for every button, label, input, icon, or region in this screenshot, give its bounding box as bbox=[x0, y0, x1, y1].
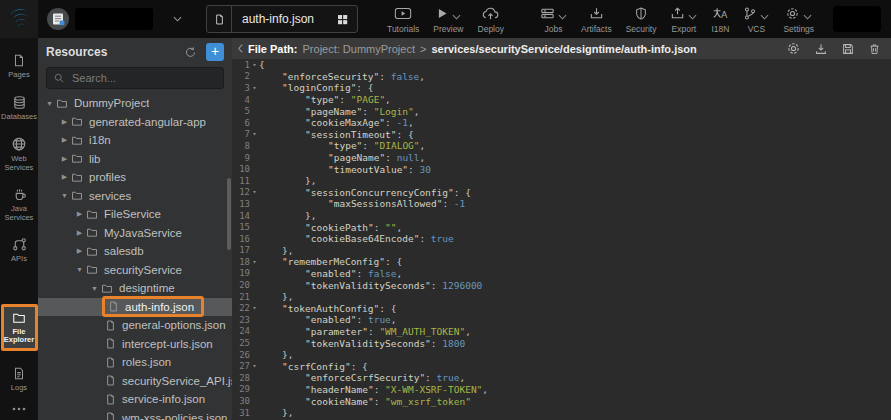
tree-item-i18n[interactable]: ▶i18n bbox=[38, 131, 232, 150]
sidebar-item-label: APIs bbox=[11, 255, 27, 264]
panel-title: Resources bbox=[46, 45, 175, 59]
tree-item-wm-xss-policies-json[interactable]: wm-xss-policies.json bbox=[38, 409, 232, 420]
token: "maxSessionsAllowed" bbox=[328, 198, 442, 209]
tool-preview[interactable]: Preview bbox=[426, 4, 470, 34]
chevron-collapsed-icon[interactable]: ▶ bbox=[59, 118, 70, 126]
token: : bbox=[431, 280, 442, 291]
code-text: "pageName": "Login", bbox=[259, 106, 891, 117]
search-box[interactable] bbox=[46, 67, 224, 89]
tool-deploy[interactable]: Deploy bbox=[471, 4, 511, 34]
chevron-collapsed-icon[interactable]: ▶ bbox=[59, 155, 70, 163]
tree-item-securityservice[interactable]: ▼securityService bbox=[38, 261, 232, 280]
file-settings-icon[interactable] bbox=[786, 41, 801, 56]
chevron-collapsed-icon[interactable]: ▶ bbox=[74, 210, 85, 218]
tree-scrollbar[interactable] bbox=[227, 178, 231, 250]
tool-artifacts[interactable]: Artifacts bbox=[574, 4, 619, 34]
fold-marker-icon[interactable]: ▾ bbox=[250, 62, 259, 69]
tool-security[interactable]: Security bbox=[619, 4, 664, 34]
tool-vcs[interactable]: VCS bbox=[736, 4, 776, 34]
highlight-box: auth-info.json bbox=[102, 296, 204, 317]
chevron-collapsed-icon[interactable]: ▶ bbox=[59, 173, 70, 181]
security-icon bbox=[634, 6, 648, 21]
fold-marker-icon[interactable]: ▾ bbox=[250, 131, 259, 138]
code-text: "loginConfig": { bbox=[259, 82, 891, 93]
tool-export[interactable]: Export bbox=[663, 4, 704, 34]
chevron-expanded-icon[interactable]: ▼ bbox=[74, 266, 85, 273]
add-button[interactable]: + bbox=[206, 43, 224, 61]
tree-item-services[interactable]: ▼services bbox=[38, 187, 232, 206]
delete-icon[interactable] bbox=[868, 41, 881, 56]
tree-item-auth-info-json[interactable]: auth-info.json bbox=[38, 298, 232, 317]
chevron-expanded-icon[interactable]: ▼ bbox=[89, 285, 100, 292]
line-number: 7 bbox=[235, 129, 250, 139]
sidebar-item-web-services[interactable]: Web Services bbox=[1, 136, 37, 172]
line-number: 10 bbox=[235, 164, 250, 174]
sidebar-item-apis[interactable]: APIs bbox=[1, 237, 37, 264]
code-line: 29"headerName": "X-WM-XSRF-TOKEN", bbox=[232, 384, 891, 396]
tree-item-general-options-json[interactable]: general-options.json bbox=[38, 316, 232, 335]
tree-item-fileservice[interactable]: ▶FileService bbox=[38, 205, 232, 224]
open-file-tab[interactable]: auth-info.json bbox=[206, 5, 358, 33]
tree-item-label: service-info.json bbox=[122, 393, 205, 405]
search-input[interactable] bbox=[70, 71, 217, 85]
sidebar-item-logs[interactable]: Logs bbox=[1, 366, 37, 393]
sidebar-item-file-explorer[interactable]: File Explorer bbox=[1, 304, 38, 351]
project-switcher[interactable] bbox=[47, 8, 182, 30]
tree-item-roles-json[interactable]: roles.json bbox=[38, 353, 232, 372]
left-rail: PagesDatabasesWeb ServicesJava ServicesA… bbox=[0, 38, 38, 420]
sidebar-item-label: Pages bbox=[8, 71, 29, 80]
tree-item-label: services bbox=[89, 190, 131, 202]
tree-item-service-info-json[interactable]: service-info.json bbox=[38, 390, 232, 409]
sidebar-item-pages[interactable]: Pages bbox=[1, 53, 37, 80]
code-line: 15"cookiePath": "", bbox=[232, 221, 891, 233]
chevron-collapsed-icon[interactable]: ▶ bbox=[74, 247, 85, 255]
token: "parameter" bbox=[305, 326, 368, 337]
fold-marker-icon[interactable]: ▾ bbox=[250, 363, 259, 370]
tree-item-salesdb[interactable]: ▶salesdb bbox=[38, 242, 232, 261]
save-icon[interactable] bbox=[841, 41, 855, 56]
tree-item-dummyproject[interactable]: ▼DummyProject bbox=[38, 94, 232, 113]
collapse-panel-icon[interactable] bbox=[232, 43, 248, 54]
tree-item-generated-angular-app[interactable]: ▶generated-angular-app bbox=[38, 113, 232, 132]
tool-settings[interactable]: Settings bbox=[776, 4, 821, 34]
code-line: 21}, bbox=[232, 291, 891, 303]
token: : bbox=[419, 233, 430, 244]
chevron-expanded-icon[interactable]: ▼ bbox=[59, 192, 70, 199]
more-icon[interactable] bbox=[11, 406, 27, 412]
grid-icon[interactable] bbox=[336, 13, 349, 26]
fold-marker-icon[interactable]: ▾ bbox=[250, 85, 259, 92]
chevron-down-icon[interactable] bbox=[173, 16, 182, 22]
tool-tutorials[interactable]: Tutorials bbox=[380, 4, 426, 34]
token: "wm_xsrf_token" bbox=[385, 396, 471, 407]
code-editor[interactable]: 1▾{2"enforceSecurity": false,3▾"loginCon… bbox=[232, 59, 891, 420]
chevron-expanded-icon[interactable]: ▼ bbox=[44, 100, 55, 107]
web-services-icon bbox=[11, 136, 27, 152]
app-logo[interactable] bbox=[0, 0, 38, 38]
tool-i18n[interactable]: AI18N bbox=[704, 4, 736, 34]
sidebar-item-databases[interactable]: Databases bbox=[1, 95, 37, 122]
folder-icon bbox=[70, 171, 84, 184]
tree-item-myjavaservice[interactable]: ▶MyJavaService bbox=[38, 224, 232, 243]
sidebar-item-java-services[interactable]: Java Services bbox=[1, 187, 37, 222]
tree-item-securityservice-api-json[interactable]: securityService_API.json bbox=[38, 372, 232, 391]
tree-item-label: designtime bbox=[119, 282, 175, 294]
folder-icon bbox=[100, 282, 114, 295]
refresh-icon[interactable] bbox=[184, 46, 197, 59]
token: , bbox=[419, 71, 425, 82]
tree-item-designtime[interactable]: ▼designtime bbox=[38, 279, 232, 298]
tree-item-profiles[interactable]: ▶profiles bbox=[38, 168, 232, 187]
fold-marker-icon[interactable]: ▾ bbox=[250, 259, 259, 266]
tool-jobs[interactable]: Jobs bbox=[533, 4, 574, 34]
fold-marker-icon[interactable]: ▾ bbox=[250, 305, 259, 312]
tree-item-lib[interactable]: ▶lib bbox=[38, 150, 232, 169]
tree-item-intercept-urls-json[interactable]: intercept-urls.json bbox=[38, 335, 232, 354]
chevron-collapsed-icon[interactable]: ▶ bbox=[74, 229, 85, 237]
folder-icon bbox=[70, 152, 84, 165]
chevron-collapsed-icon[interactable]: ▶ bbox=[59, 136, 70, 144]
download-icon[interactable] bbox=[814, 41, 828, 56]
code-text: "parameter": "WM_AUTH_TOKEN", bbox=[259, 326, 891, 337]
line-number: 21 bbox=[235, 292, 250, 302]
line-number: 4 bbox=[235, 95, 250, 105]
fold-marker-icon[interactable]: ▾ bbox=[250, 189, 259, 196]
token: : bbox=[374, 384, 385, 395]
